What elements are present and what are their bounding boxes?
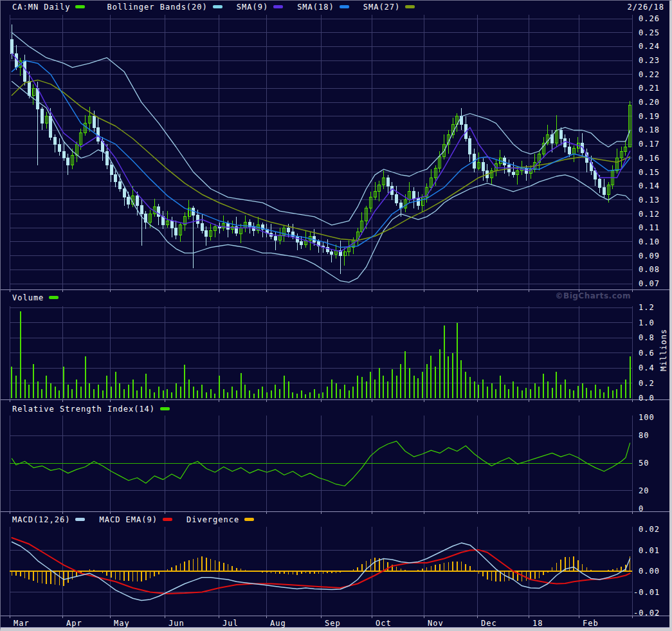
- month-label: Jul: [222, 619, 239, 628]
- macd-tick-label: 0.00: [639, 567, 660, 576]
- volume-swatch-icon: [49, 296, 59, 299]
- price-tick-label: 0.18: [639, 125, 660, 134]
- price-tick-label: 0.19: [639, 112, 660, 121]
- volume-tick-label: 0.6: [639, 349, 655, 358]
- price-tick-label: 0.11: [639, 223, 660, 232]
- macd-panel-header: MACD(12,26) MACD EMA(9) Divergence: [12, 515, 268, 524]
- sma27-label: SMA(27): [363, 3, 401, 12]
- last-date-label: 2/26/18: [627, 3, 664, 12]
- rsi-tick-label: 50: [639, 459, 649, 468]
- rsi-tick-label: 80: [639, 431, 649, 440]
- rsi-tick-label: 20: [639, 486, 649, 495]
- rsi-tick-label: 0: [639, 504, 644, 513]
- month-label: Jun: [168, 619, 185, 628]
- sma18-legend: SMA(18): [297, 3, 349, 12]
- month-label: Feb: [583, 619, 599, 628]
- macd-tick-label: 0.01: [639, 546, 660, 555]
- price-tick-label: 0.17: [639, 140, 660, 149]
- macd-tick-label: 0.02: [639, 525, 660, 534]
- volume-legend: Volume: [12, 293, 59, 302]
- bollinger-label: Bollinger Bands(20): [107, 3, 207, 12]
- price-tick-label: 0.24: [639, 42, 660, 51]
- macd-ema-label: MACD EMA(9): [99, 515, 157, 524]
- macd-swatch-icon: [75, 518, 85, 521]
- volume-tick-label: 0.4: [639, 363, 655, 372]
- volume-panel-header: Volume: [12, 293, 73, 302]
- sma18-label: SMA(18): [297, 3, 334, 12]
- divergence-swatch-icon: [244, 518, 254, 521]
- bigcharts-stock-chart: CA:MN Daily Bollinger Bands(20) SMA(9) S…: [0, 0, 672, 631]
- volume-tick-label: 0.2: [639, 379, 655, 388]
- volume-tick-label: 1.2: [639, 303, 655, 312]
- macd-tick-label: -0.02: [633, 608, 660, 617]
- volume-tick-label: 0.0: [639, 394, 655, 403]
- price-tick-label: 0.12: [639, 210, 660, 219]
- rsi-panel-header: Relative Strength Index(14): [12, 404, 184, 414]
- macd-title: MACD(12,26): [12, 515, 70, 524]
- month-label: Oct: [376, 619, 392, 628]
- symbol-swatch-icon: [75, 5, 85, 8]
- bollinger-legend: Bollinger Bands(20): [107, 3, 222, 12]
- price-tick-label: 0.10: [639, 237, 660, 246]
- macd-ema-legend: MACD EMA(9): [99, 515, 172, 524]
- symbol-legend: CA:MN Daily: [12, 3, 85, 12]
- month-label: Aug: [270, 619, 286, 628]
- price-tick-label: 0.09: [639, 251, 660, 261]
- price-tick-label: 0.23: [639, 56, 660, 65]
- rsi-swatch-icon: [160, 407, 170, 410]
- sma27-legend: SMA(27): [363, 3, 415, 12]
- sma9-swatch-icon: [273, 5, 283, 8]
- month-label: 18: [532, 619, 543, 628]
- divergence-legend: Divergence: [186, 515, 254, 524]
- month-label: Dec: [481, 619, 497, 628]
- chart-canvas: [1, 1, 669, 628]
- price-tick-label: 0.07: [639, 279, 660, 288]
- price-tick-label: 0.20: [639, 98, 660, 107]
- price-tick-label: 0.25: [639, 28, 660, 37]
- volume-title: Volume: [12, 293, 44, 302]
- price-tick-label: 0.26: [639, 14, 660, 23]
- macd-legend: MACD(12,26): [12, 515, 85, 524]
- month-label: Nov: [428, 619, 444, 628]
- price-tick-label: 0.16: [639, 154, 660, 163]
- macd-ema-swatch-icon: [163, 518, 172, 521]
- rsi-legend: Relative Strength Index(14): [12, 405, 170, 414]
- price-tick-label: 0.21: [639, 84, 660, 93]
- price-tick-label: 0.13: [639, 196, 660, 205]
- month-label: Mar: [14, 619, 30, 628]
- bigcharts-watermark: ©BigCharts.com: [534, 291, 631, 300]
- bollinger-swatch-icon: [213, 5, 222, 8]
- sma18-swatch-icon: [340, 5, 349, 8]
- month-label: Apr: [66, 619, 82, 628]
- volume-tick-label: 1.0: [639, 318, 655, 327]
- rsi-title: Relative Strength Index(14): [12, 405, 155, 414]
- sma27-swatch-icon: [405, 5, 415, 8]
- price-tick-label: 0.14: [639, 181, 660, 190]
- month-label: Sep: [325, 619, 341, 628]
- sma9-label: SMA(9): [237, 3, 268, 12]
- macd-tick-label: -0.01: [633, 588, 660, 597]
- divergence-label: Divergence: [186, 515, 239, 524]
- rsi-tick-label: 100: [639, 413, 655, 422]
- price-tick-label: 0.15: [639, 168, 660, 177]
- price-tick-label: 0.22: [639, 70, 660, 79]
- volume-unit-label: Millions: [659, 324, 668, 376]
- symbol-label: CA:MN Daily: [12, 3, 70, 12]
- price-panel-header: CA:MN Daily Bollinger Bands(20) SMA(9) S…: [12, 2, 429, 12]
- price-tick-label: 0.08: [639, 265, 660, 274]
- volume-tick-label: 0.8: [639, 333, 655, 342]
- sma9-legend: SMA(9): [237, 3, 283, 12]
- month-label: May: [114, 619, 130, 628]
